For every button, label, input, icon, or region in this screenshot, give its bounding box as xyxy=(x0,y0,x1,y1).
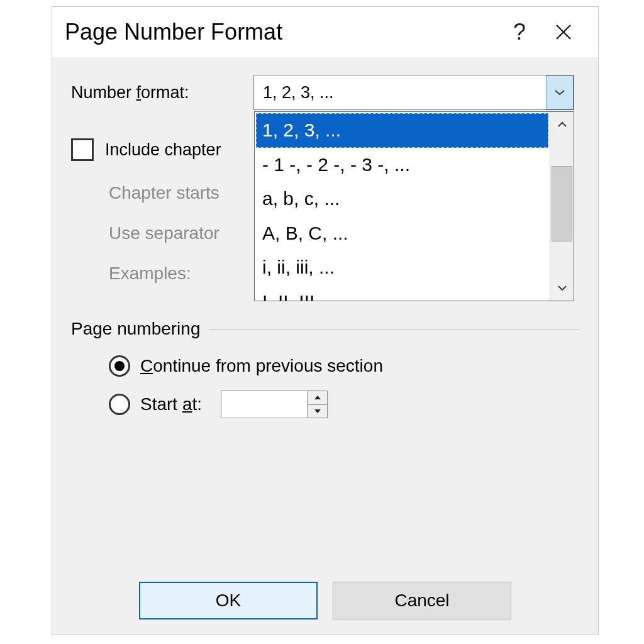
dialog-footer: OK Cancel xyxy=(52,582,598,619)
page-number-format-dialog: Page Number Format ? Number format: 1, 2… xyxy=(52,6,599,635)
start-at-spinner[interactable] xyxy=(221,391,328,418)
include-chapter-checkbox[interactable] xyxy=(71,138,94,161)
start-at-input[interactable] xyxy=(221,391,307,418)
dropdown-items: 1, 2, 3, ... - 1 -, - 2 -, - 3 -, ... a,… xyxy=(255,112,550,301)
chevron-down-icon xyxy=(557,284,567,292)
dropdown-item[interactable]: i, ii, iii, ... xyxy=(256,250,548,285)
cancel-button[interactable]: Cancel xyxy=(333,582,511,619)
include-chapter-label: Include chapter xyxy=(105,140,221,160)
chevron-up-icon xyxy=(557,121,567,128)
ok-button[interactable]: OK xyxy=(139,582,318,619)
number-format-label: Number format: xyxy=(71,83,253,103)
svg-marker-2 xyxy=(314,396,321,399)
spinner-up-button[interactable] xyxy=(308,391,327,404)
spinner-buttons xyxy=(307,391,327,418)
page-numbering-label: Page numbering xyxy=(71,319,200,339)
scroll-track[interactable] xyxy=(550,137,574,275)
page-numbering-group: Page numbering Continue from previous se… xyxy=(71,319,579,418)
radio-dot-icon xyxy=(114,361,125,371)
number-format-dropdown: 1, 2, 3, ... - 1 -, - 2 -, - 3 -, ... a,… xyxy=(254,111,574,301)
triangle-down-icon xyxy=(314,409,321,414)
continue-radio[interactable] xyxy=(109,355,130,377)
continue-radio-row: Continue from previous section xyxy=(71,355,579,377)
dialog-body: Number format: 1, 2, 3, ... 1, 2, 3, ...… xyxy=(52,57,598,635)
group-divider xyxy=(209,329,579,330)
scroll-down-button[interactable] xyxy=(550,275,574,301)
number-format-combo[interactable]: 1, 2, 3, ... xyxy=(253,75,574,110)
continue-radio-label: Continue from previous section xyxy=(140,356,383,376)
titlebar: Page Number Format ? xyxy=(52,7,598,57)
spinner-down-button[interactable] xyxy=(308,404,327,418)
triangle-up-icon xyxy=(314,395,321,400)
dropdown-item[interactable]: A, B, C, ... xyxy=(256,216,548,251)
start-at-radio-row: Start at: xyxy=(71,391,579,418)
combo-dropdown-button[interactable] xyxy=(546,75,574,109)
scroll-thumb[interactable] xyxy=(552,166,572,242)
dropdown-scrollbar[interactable] xyxy=(550,112,574,301)
close-button[interactable] xyxy=(541,23,586,42)
start-at-radio-label: Start at: xyxy=(140,394,202,414)
number-format-row: Number format: 1, 2, 3, ... xyxy=(71,75,579,110)
dropdown-item[interactable]: 1, 2, 3, ... xyxy=(256,113,548,148)
dialog-title: Page Number Format xyxy=(65,19,497,45)
start-at-radio[interactable] xyxy=(109,394,130,415)
dropdown-item[interactable]: I, II, III, ... xyxy=(256,285,548,301)
help-button[interactable]: ? xyxy=(497,19,541,45)
scroll-up-button[interactable] xyxy=(550,112,574,137)
chevron-down-icon xyxy=(554,89,565,96)
svg-marker-3 xyxy=(314,409,321,413)
number-format-value: 1, 2, 3, ... xyxy=(254,83,546,103)
dropdown-item[interactable]: - 1 -, - 2 -, - 3 -, ... xyxy=(256,148,548,182)
dropdown-item[interactable]: a, b, c, ... xyxy=(256,182,548,216)
page-numbering-header: Page numbering xyxy=(71,319,579,339)
close-icon xyxy=(554,23,573,42)
